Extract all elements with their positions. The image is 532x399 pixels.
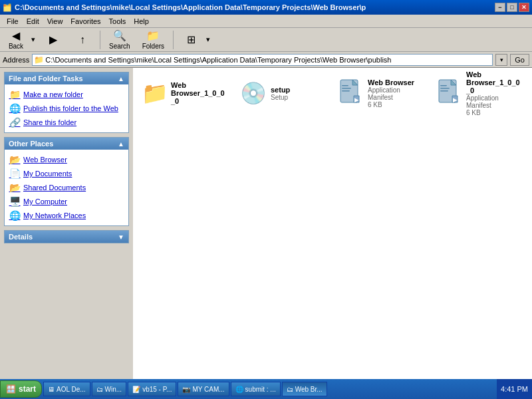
file-item-setup[interactable]: 💿 setup Setup xyxy=(237,73,330,113)
views-arrow-button[interactable]: ▾ xyxy=(204,29,212,51)
back-arrow-button[interactable]: ▾ xyxy=(29,29,37,51)
setup-large-icon: 💿 xyxy=(240,80,267,106)
share-folder-label: Share this folder xyxy=(23,118,76,126)
menu-help[interactable]: Help xyxy=(130,16,153,27)
toolbar: ◀ Back ▾ ▶ ↑ 🔍 Search 📁 Folders ⊞ ▾ xyxy=(0,28,532,52)
file-item-folder[interactable]: 📁 Web Browser_1_0_0_0 xyxy=(138,73,231,113)
places-web-browser[interactable]: 📂 Web Browser xyxy=(7,154,126,166)
search-icon: 🔍 xyxy=(113,29,126,42)
manifest1-info: Web Browser Application Manifest 6 KB xyxy=(368,78,425,108)
details-panel-header[interactable]: Details ▼ xyxy=(5,231,128,243)
publish-folder-item[interactable]: 🌐 Publish this folder to the Web xyxy=(7,102,126,114)
taskbar-clock: 4:41 PM xyxy=(501,385,528,393)
title-bar-left: 🗂️ C:\Documents and Settings\mike\Local … xyxy=(3,3,366,12)
manifest1-size: 6 KB xyxy=(368,101,425,108)
maximize-button[interactable]: □ xyxy=(507,3,517,12)
menu-file[interactable]: File xyxy=(3,16,23,27)
new-folder-item[interactable]: 📁 Make a new folder xyxy=(7,88,126,100)
search-label: Search xyxy=(109,43,130,50)
new-folder-icon: 📁 xyxy=(9,89,21,100)
file-item-manifest2[interactable]: ▶ Web Browser_1_0_0_0 Application Manife… xyxy=(434,73,527,113)
menu-favorites[interactable]: Favorites xyxy=(66,16,104,27)
taskbar: 🪟 start 🖥 AOL De... 🗂 Win... 📝 vb15 - P.… xyxy=(0,379,532,399)
manifest2-info: Web Browser_1_0_0_0 Application Manifest… xyxy=(466,70,523,116)
taskbar-item-win[interactable]: 🗂 Win... xyxy=(92,382,127,396)
menu-edit[interactable]: Edit xyxy=(23,16,43,27)
toolbar-separator-2 xyxy=(173,31,174,49)
views-icon: ⊞ xyxy=(187,33,196,46)
file-item-manifest1[interactable]: ▶ Web Browser Application Manifest 6 KB xyxy=(335,73,428,113)
minimize-button[interactable]: − xyxy=(495,3,505,12)
folder-name: Web Browser_1_0_0_0 xyxy=(171,81,228,105)
manifest2-size: 6 KB xyxy=(466,109,523,116)
places-my-documents[interactable]: 📄 My Documents xyxy=(7,168,126,180)
taskbar-cam-icon: 📷 xyxy=(182,386,190,393)
manifest1-name: Web Browser xyxy=(368,78,425,86)
title-bar-text: C:\Documents and Settings\mike\Local Set… xyxy=(15,3,366,11)
address-dropdown-button[interactable]: ▾ xyxy=(495,54,507,66)
address-folder-icon: 📁 xyxy=(34,55,44,65)
menu-tools[interactable]: Tools xyxy=(105,16,130,27)
taskbar-aol-icon: 🖥 xyxy=(48,386,55,393)
start-button[interactable]: 🪟 start xyxy=(0,380,42,398)
svg-rect-3 xyxy=(342,88,351,89)
my-documents-label: My Documents xyxy=(23,170,72,178)
taskbar-item-submit[interactable]: 🌐 submit : ... xyxy=(231,382,281,396)
places-panel-header[interactable]: Other Places ▲ xyxy=(5,138,128,150)
folders-icon: 📁 xyxy=(146,29,160,42)
manifest2-sub: Application Manifest xyxy=(466,94,523,109)
taskbar-item-vb[interactable]: 📝 vb15 - P... xyxy=(128,382,176,396)
back-icon: ◀ xyxy=(12,29,20,42)
tasks-collapse-icon: ▲ xyxy=(118,75,124,82)
places-my-network[interactable]: 🌐 My Network Places xyxy=(7,209,126,221)
taskbar-item-aol[interactable]: 🖥 AOL De... xyxy=(43,382,90,396)
folders-label: Folders xyxy=(142,43,164,50)
left-panel: File and Folder Tasks ▲ 📁 Make a new fol… xyxy=(0,68,133,379)
up-icon: ↑ xyxy=(80,34,85,46)
menu-view[interactable]: View xyxy=(43,16,67,27)
address-input[interactable] xyxy=(45,56,491,64)
window-icon: 🗂️ xyxy=(3,3,12,12)
setup-info: setup Setup xyxy=(271,86,290,101)
back-button[interactable]: ◀ Back xyxy=(3,29,29,51)
details-expand-icon: ▼ xyxy=(118,233,124,241)
svg-rect-4 xyxy=(342,90,350,92)
close-button[interactable]: ✕ xyxy=(519,3,529,12)
my-network-icon: 🌐 xyxy=(9,210,21,221)
svg-text:▶: ▶ xyxy=(354,97,359,103)
search-button[interactable]: 🔍 Search xyxy=(104,29,135,51)
my-documents-icon: 📄 xyxy=(9,168,21,179)
shared-documents-icon: 📂 xyxy=(9,182,21,193)
forward-icon: ▶ xyxy=(49,33,57,46)
taskbar-item-cam[interactable]: 📷 MY CAM... xyxy=(178,382,229,396)
my-computer-icon: 🖥️ xyxy=(9,196,21,207)
go-button[interactable]: Go xyxy=(510,54,529,66)
taskbar-submit-icon: 🌐 xyxy=(235,386,243,393)
folder-info: Web Browser_1_0_0_0 xyxy=(171,81,228,105)
shared-documents-label: Shared Documents xyxy=(23,184,86,192)
views-button[interactable]: ⊞ xyxy=(178,29,204,51)
tasks-panel-header[interactable]: File and Folder Tasks ▲ xyxy=(5,72,128,84)
details-panel: Details ▼ xyxy=(4,230,129,243)
manifest1-sub: Application Manifest xyxy=(368,86,425,101)
forward-button[interactable]: ▶ xyxy=(40,29,66,51)
tasks-panel: File and Folder Tasks ▲ 📁 Make a new fol… xyxy=(4,72,129,133)
places-shared-documents[interactable]: 📂 Shared Documents xyxy=(7,182,126,194)
up-button[interactable]: ↑ xyxy=(69,29,96,51)
folder-large-icon: 📁 xyxy=(142,80,167,106)
folders-button[interactable]: 📁 Folders xyxy=(138,29,169,51)
publish-folder-label: Publish this folder to the Web xyxy=(23,104,118,112)
setup-sub: Setup xyxy=(271,94,290,101)
back-group: ◀ Back ▾ xyxy=(3,29,37,51)
taskbar-win-label: Win... xyxy=(105,386,122,393)
web-browser-label: Web Browser xyxy=(23,156,67,164)
places-my-computer[interactable]: 🖥️ My Computer xyxy=(7,196,126,207)
main-area: File and Folder Tasks ▲ 📁 Make a new fol… xyxy=(0,68,532,379)
taskbar-submit-label: submit : ... xyxy=(245,386,276,393)
share-folder-item[interactable]: 🔗 Share this folder xyxy=(7,116,126,128)
svg-rect-11 xyxy=(440,90,448,92)
address-label: Address xyxy=(3,56,29,64)
places-collapse-icon: ▲ xyxy=(118,140,124,148)
manifest2-large-icon: ▶ xyxy=(437,78,462,108)
taskbar-item-webbr[interactable]: 🗂 Web Br... xyxy=(282,382,327,396)
